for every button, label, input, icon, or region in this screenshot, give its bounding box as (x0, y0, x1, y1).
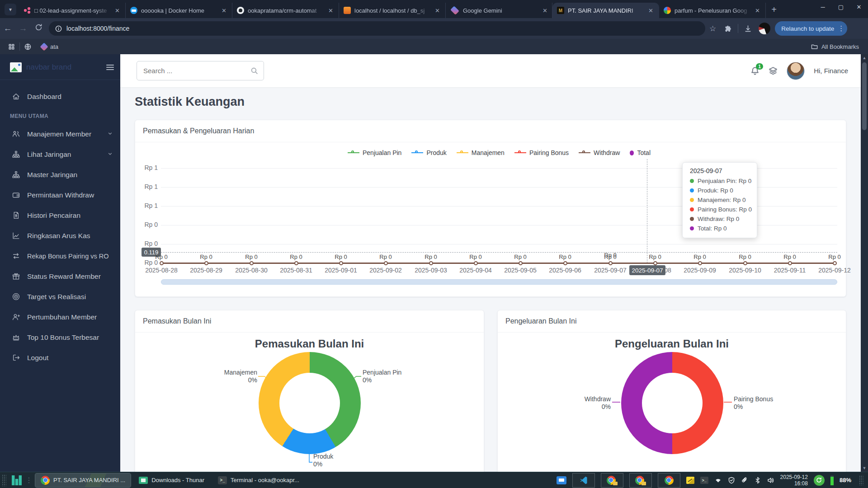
address-bar[interactable]: localhost:8000/finance (49, 21, 705, 36)
sidebar-item-lihat-jaringan[interactable]: Lihat Jaringan (0, 144, 120, 164)
bookmark-star-icon[interactable]: ☆ (709, 24, 716, 33)
search-box[interactable] (137, 61, 264, 80)
sidebar-item-dashboard[interactable]: Dashboard (0, 86, 120, 107)
legend-item-produk[interactable]: Produk (411, 149, 446, 156)
legend-item-withdraw[interactable]: Withdraw (579, 149, 620, 156)
browser-tab-7[interactable]: parfum - Penelusuran Goog✕ (659, 3, 766, 18)
tab-close-icon[interactable]: ✕ (542, 7, 547, 14)
shield-icon[interactable] (728, 477, 735, 484)
new-tab-button[interactable]: + (768, 3, 780, 16)
slice-label-penjualan-pin: Penjualan Pin0% (363, 369, 412, 384)
donut-ring[interactable] (621, 352, 723, 454)
browser-tab-3[interactable]: ookapratama/crm-automat✕ (232, 3, 339, 18)
sidebar-item-target-vs-realisasi[interactable]: Target vs Realisasi (0, 286, 120, 307)
forward-button[interactable]: → (15, 23, 31, 33)
window-controls: ─ ▢ ✕ (814, 0, 868, 14)
paperclip-icon[interactable] (741, 477, 748, 484)
browser-tab-4[interactable]: localhost / localhost / db_sj✕ (339, 3, 446, 18)
taskbar-task-2[interactable]: Downloads - Thunar (133, 474, 210, 487)
wifi-icon[interactable] (714, 476, 722, 484)
battery-icon[interactable] (830, 475, 834, 485)
launcher-chrome-icon[interactable] (658, 473, 680, 488)
update-icon[interactable] (814, 475, 825, 486)
sidebar-item-manajemen-member[interactable]: Manajemen Member (0, 124, 120, 144)
tab-close-icon[interactable]: ✕ (435, 7, 440, 14)
panel-grip[interactable] (2, 474, 6, 486)
launcher-code-editor-icon[interactable] (572, 473, 595, 488)
tab-close-icon[interactable]: ✕ (648, 7, 653, 14)
notifications-button[interactable]: 1 (750, 66, 760, 75)
manjaro-menu-icon[interactable] (12, 475, 22, 485)
taskbar-task-1[interactable]: PT. SAIR JAYA MANDIRI ... (35, 474, 131, 487)
browser-tab-6[interactable]: MPT. SAIR JAYA MANDIRI✕ (552, 3, 659, 18)
legend-item-total[interactable]: Total (630, 149, 651, 156)
user-avatar[interactable] (787, 62, 805, 80)
terminal-tray-icon[interactable]: >_ (700, 477, 708, 484)
donut-ring[interactable] (259, 352, 361, 454)
launcher-chrome-folder-icon[interactable] (629, 473, 652, 488)
tab-close-icon[interactable]: ✕ (328, 7, 333, 14)
sidebar-toggle-icon[interactable] (106, 65, 114, 70)
legend-item-pairing-bonus[interactable]: Pairing Bonus (514, 149, 569, 156)
page-scrollbar[interactable]: ▲ ▼ (861, 54, 868, 472)
bluetooth-icon[interactable] (754, 477, 761, 484)
sidebar-item-label: Dashboard (27, 93, 61, 101)
tab-close-icon[interactable]: ✕ (115, 7, 120, 14)
browser-tab-1[interactable]: □ 02-lead-assignment-syste✕ (19, 3, 126, 18)
tray-grip[interactable] (857, 475, 865, 485)
legend-item-penjualan-pin[interactable]: Penjualan Pin (348, 149, 401, 156)
notes-icon[interactable] (686, 477, 694, 484)
sidebar-item-master-jaringan[interactable]: Master Jaringan (0, 164, 120, 185)
download-icon[interactable] (744, 25, 752, 33)
income-donut-chart[interactable]: Manajemen0%Penjualan Pin0%Produk0% (135, 310, 485, 472)
sidebar-item-ringkasan-arus-kas[interactable]: Ringkasan Arus Kas (0, 225, 120, 246)
clock[interactable]: 2025-09-1216:08 (780, 474, 808, 487)
extensions-icon[interactable] (724, 25, 732, 33)
chart-datazoom-slider[interactable] (161, 279, 837, 285)
sidebar-item-histori-pencairan[interactable]: Histori Pencairan (0, 205, 120, 225)
sidebar-item-status-reward-member[interactable]: Status Reward Member (0, 266, 120, 286)
back-button[interactable]: ← (0, 23, 15, 33)
browser-menu-icon[interactable]: ⋮ (838, 24, 844, 33)
sidebar-item-rekap-bonus-pairing-vs-ro[interactable]: Rekap Bonus Pairing vs RO (0, 246, 120, 266)
reload-button[interactable] (31, 23, 46, 33)
chat-icon[interactable] (557, 476, 566, 484)
volume-icon[interactable] (767, 477, 774, 484)
browser-tab-5[interactable]: Google Gemini✕ (446, 3, 552, 18)
sidebar-item-top-10-bonus-terbesar[interactable]: Top 10 Bonus Terbesar (0, 327, 120, 347)
tooltip-series-dot (690, 179, 694, 183)
search-icon[interactable] (250, 67, 258, 75)
profile-avatar[interactable] (759, 23, 770, 34)
scroll-down-icon[interactable]: ▼ (861, 465, 868, 472)
x-axis-label: 2025-09-11 (769, 267, 810, 274)
all-bookmarks-button[interactable]: All Bookmarks (811, 43, 859, 50)
tooltip-series-dot (690, 188, 694, 192)
sidebar-brand[interactable]: navbar brand (0, 54, 120, 80)
daily-line-chart[interactable]: Rp 1Rp 1Rp 1Rp 0Rp 0Rp 0Penjualan PinPro… (135, 120, 847, 297)
data-point-label: Rp 0 (417, 253, 444, 260)
layers-icon[interactable] (769, 66, 778, 75)
sidebar-item-label: Top 10 Bonus Terbesar (27, 333, 99, 342)
scrollbar-thumb[interactable] (862, 62, 867, 130)
tab-search-button[interactable]: ▾ (5, 4, 16, 15)
globe-bookmark-icon[interactable] (24, 43, 31, 50)
apps-grid-icon[interactable] (8, 43, 15, 50)
expense-donut-chart[interactable]: Withdraw0%Pairing Bonus0% (498, 310, 847, 472)
site-info-icon[interactable] (55, 25, 62, 32)
browser-tab-2[interactable]: oooooka | Docker Home✕ (126, 3, 232, 18)
maximize-button[interactable]: ▢ (832, 0, 850, 14)
tab-close-icon[interactable]: ✕ (222, 7, 226, 14)
sidebar-item-logout[interactable]: Logout (0, 347, 120, 368)
minimize-button[interactable]: ─ (814, 0, 832, 14)
scroll-up-icon[interactable]: ▲ (861, 54, 868, 61)
launcher-chrome-folder-icon[interactable] (601, 473, 623, 488)
taskbar-task-3[interactable]: >_Terminal - ooka@ookapr... (212, 474, 305, 487)
search-input[interactable] (142, 66, 250, 75)
tab-close-icon[interactable]: ✕ (755, 7, 760, 14)
sidebar-item-pertumbuhan-member[interactable]: Pertumbuhan Member (0, 307, 120, 327)
gemini-bookmark[interactable]: ata (41, 43, 58, 50)
legend-item-manajemen[interactable]: Manajemen (457, 149, 505, 156)
close-button[interactable]: ✕ (850, 0, 868, 14)
sidebar-item-permintaan-withdraw[interactable]: Permintaan Withdraw (0, 185, 120, 205)
relaunch-button[interactable]: Relaunch to update ⋮ (775, 21, 847, 36)
